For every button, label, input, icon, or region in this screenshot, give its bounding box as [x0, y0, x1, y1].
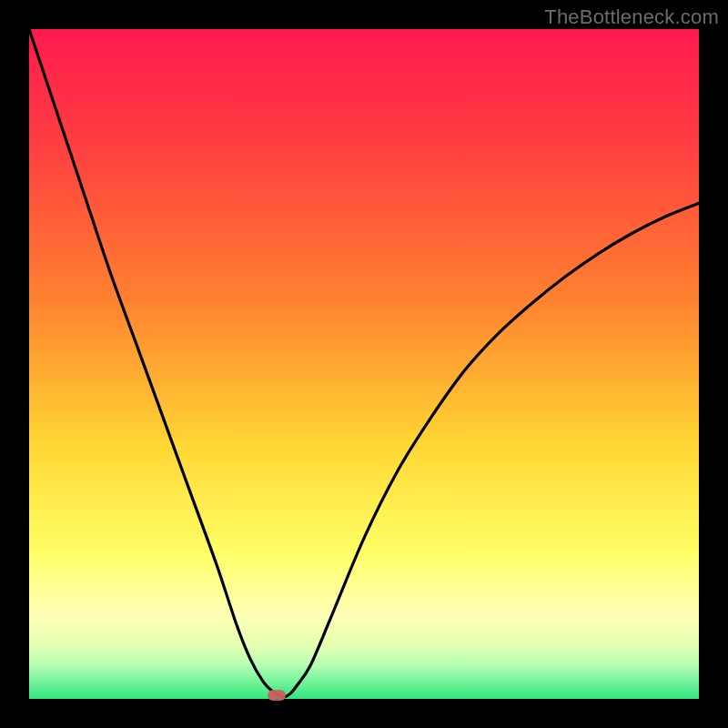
plot-area — [29, 29, 699, 699]
minimum-marker — [268, 690, 286, 701]
chart-frame: TheBottleneck.com — [0, 0, 728, 728]
watermark-text: TheBottleneck.com — [544, 5, 719, 29]
bottleneck-curve — [29, 29, 699, 699]
